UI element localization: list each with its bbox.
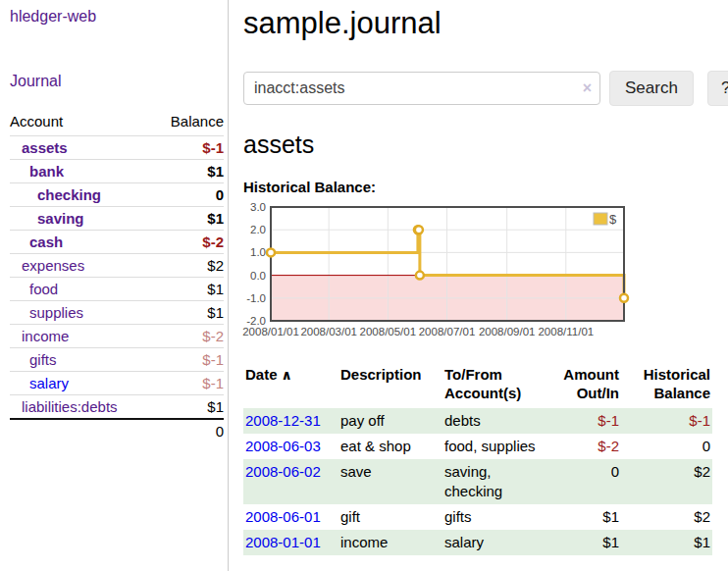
svg-text:2008/03/01: 2008/03/01 <box>300 326 357 337</box>
transaction-date-link[interactable]: 2008-06-03 <box>245 438 321 454</box>
account-row-checking: checking 0 <box>10 183 224 207</box>
register-header-amount: Amount Out/In <box>541 363 621 408</box>
accounts-table: Account Balance assets $-1 bank $1 check… <box>10 110 224 442</box>
account-link-cash[interactable]: cash <box>29 234 63 250</box>
transaction-description: pay off <box>338 408 442 434</box>
register-header-row: Date∧ Description To/From Account(s) Amo… <box>243 363 712 408</box>
page-title: sample.journal <box>243 6 728 41</box>
register-row: 2008-06-02 save saving, checking 0 $2 <box>243 459 712 504</box>
register-row: 2008-06-03 eat & shop food, supplies $-2… <box>243 434 712 459</box>
search-button[interactable]: Search <box>609 71 694 106</box>
svg-text:2008/11/01: 2008/11/01 <box>538 326 594 337</box>
register-header-date[interactable]: Date∧ <box>243 363 338 408</box>
account-balance: $1 <box>153 207 224 231</box>
transaction-accounts: debts <box>442 408 541 434</box>
help-button[interactable]: ? <box>707 71 728 106</box>
account-link-saving[interactable]: saving <box>37 210 84 227</box>
account-balance: $2 <box>153 254 224 278</box>
sidebar-item-journal[interactable]: Journal <box>10 73 224 90</box>
account-link-salary[interactable]: salary <box>29 375 69 391</box>
transaction-amount: $-2 <box>541 434 621 459</box>
register-row: 2008-12-31 pay off debts $-1 $-1 <box>243 408 712 434</box>
transaction-accounts: food, supplies <box>442 434 541 459</box>
transaction-accounts: saving, checking <box>442 459 541 504</box>
account-link-food[interactable]: food <box>29 281 58 297</box>
transaction-description: eat & shop <box>338 434 442 459</box>
clear-search-icon[interactable]: × <box>583 79 592 97</box>
account-row-bank: bank $1 <box>10 160 224 183</box>
account-row-income: income $-2 <box>10 325 224 348</box>
transaction-date-link[interactable]: 2008-01-01 <box>245 534 321 550</box>
account-link-assets[interactable]: assets <box>22 139 68 156</box>
account-link-gifts[interactable]: gifts <box>29 351 57 368</box>
transaction-balance: $2 <box>621 504 712 530</box>
svg-text:-1.0: -1.0 <box>246 292 266 304</box>
account-row-liabilities-debts: liabilities:debts $1 <box>10 395 224 420</box>
account-link-liabilities-debts[interactable]: liabilities:debts <box>22 398 118 415</box>
svg-text:2.0: 2.0 <box>250 224 266 235</box>
account-row-cash: cash $-2 <box>10 231 224 254</box>
accounts-total-row: 0 <box>10 419 224 442</box>
transaction-amount: $-1 <box>541 408 621 434</box>
account-balance: $-2 <box>153 325 224 348</box>
transaction-accounts: salary <box>442 530 541 555</box>
register-header-description: Description <box>338 363 442 408</box>
svg-text:2008/05/01: 2008/05/01 <box>360 326 417 337</box>
account-row-saving: saving $1 <box>10 207 224 231</box>
account-link-supplies[interactable]: supplies <box>29 304 83 321</box>
account-balance: $1 <box>153 278 224 301</box>
register-row: 2008-06-01 gift gifts $1 $2 <box>243 504 712 530</box>
transaction-date-link[interactable]: 2008-06-01 <box>245 508 321 525</box>
account-link-bank[interactable]: bank <box>29 163 64 180</box>
svg-text:2008/09/01: 2008/09/01 <box>479 326 536 337</box>
transaction-balance: $1 <box>621 530 712 555</box>
account-row-expenses: expenses $2 <box>10 254 224 278</box>
chart-title: Historical Balance: <box>243 179 728 195</box>
register-row: 2008-01-01 income salary $1 $1 <box>243 530 712 555</box>
account-link-income[interactable]: income <box>22 328 69 344</box>
account-balance: $1 <box>153 395 224 420</box>
account-balance: $-1 <box>153 136 224 160</box>
account-link-checking[interactable]: checking <box>37 186 101 203</box>
transaction-balance: 0 <box>621 434 712 459</box>
transaction-amount: $1 <box>541 504 621 530</box>
transaction-amount: $1 <box>541 530 621 555</box>
account-row-food: food $1 <box>10 278 224 301</box>
transaction-description: income <box>338 530 442 555</box>
svg-text:$: $ <box>609 212 617 227</box>
main-content: sample.journal × Search ? assets Histori… <box>229 0 728 571</box>
register-header-tofrom: To/From Account(s) <box>442 363 541 408</box>
transaction-amount: 0 <box>541 459 621 504</box>
account-balance: $-1 <box>153 372 224 395</box>
accounts-total-balance: 0 <box>153 419 224 442</box>
transaction-description: gift <box>338 504 442 530</box>
account-row-assets: assets $-1 <box>10 136 224 160</box>
accounts-header-balance: Balance <box>153 110 224 136</box>
transaction-description: save <box>338 459 442 504</box>
transaction-date-link[interactable]: 2008-12-31 <box>245 412 321 429</box>
accounts-header-row: Account Balance <box>10 110 224 136</box>
account-heading: assets <box>243 130 728 159</box>
transaction-date-link[interactable]: 2008-06-02 <box>245 463 321 480</box>
account-balance: $-2 <box>153 231 224 254</box>
search-form: × Search ? <box>243 71 728 106</box>
sort-asc-icon: ∧ <box>282 367 292 383</box>
svg-text:0.0: 0.0 <box>250 270 266 282</box>
account-balance: $-1 <box>153 348 224 372</box>
historical-balance-chart: $3.02.01.00.0-1.0-2.02008/01/012008/03/0… <box>243 204 630 341</box>
search-input[interactable] <box>243 72 600 105</box>
account-row-supplies: supplies $1 <box>10 301 224 325</box>
account-link-expenses[interactable]: expenses <box>22 257 84 274</box>
svg-text:2008/01/01: 2008/01/01 <box>242 326 299 337</box>
svg-text:2008/07/01: 2008/07/01 <box>419 326 476 337</box>
register-table: Date∧ Description To/From Account(s) Amo… <box>243 363 712 555</box>
transaction-accounts: gifts <box>442 504 541 530</box>
account-row-salary: salary $-1 <box>10 372 224 395</box>
app-brand-link[interactable]: hledger-web <box>10 8 224 26</box>
transaction-balance: $2 <box>621 459 712 504</box>
svg-text:1.0: 1.0 <box>250 246 266 258</box>
account-balance: $1 <box>153 160 224 183</box>
register-header-balance: Historical Balance <box>621 363 712 408</box>
account-balance: $1 <box>153 301 224 325</box>
transaction-balance: $-1 <box>621 408 712 434</box>
